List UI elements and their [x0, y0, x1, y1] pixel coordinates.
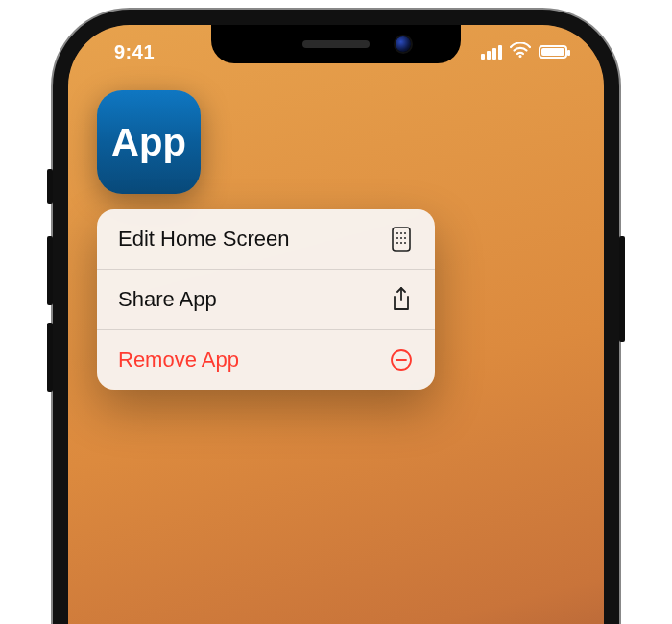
- svg-point-6: [400, 237, 402, 239]
- volume-down-button[interactable]: [47, 323, 53, 392]
- battery-icon: [539, 45, 567, 59]
- app-icon-label: App: [111, 121, 186, 164]
- menu-item-edit-home-screen[interactable]: Edit Home Screen: [97, 209, 435, 269]
- menu-item-label: Share App: [118, 287, 217, 312]
- silent-switch[interactable]: [47, 169, 53, 204]
- svg-point-4: [404, 232, 406, 234]
- status-bar: 9:41: [68, 40, 604, 63]
- context-menu: Edit Home Screen: [97, 209, 435, 390]
- remove-icon: [389, 348, 414, 372]
- menu-item-label: Edit Home Screen: [118, 227, 290, 252]
- wifi-icon: [510, 42, 531, 61]
- svg-point-8: [396, 242, 398, 244]
- share-icon: [389, 287, 414, 312]
- clock: 9:41: [101, 41, 155, 63]
- svg-point-7: [404, 237, 406, 239]
- svg-point-3: [400, 232, 402, 234]
- svg-point-0: [519, 55, 522, 58]
- cellular-signal-icon: [481, 45, 502, 60]
- home-grid-icon: [389, 227, 414, 252]
- screen: 9:41 App Edi: [68, 25, 604, 624]
- menu-item-label: Remove App: [118, 348, 239, 372]
- svg-point-5: [396, 237, 398, 239]
- phone-frame: 9:41 App Edi: [53, 10, 619, 624]
- svg-point-10: [404, 242, 406, 244]
- volume-up-button[interactable]: [47, 236, 53, 305]
- menu-item-share-app[interactable]: Share App: [97, 269, 435, 329]
- app-icon[interactable]: App: [97, 90, 201, 194]
- svg-point-2: [396, 232, 398, 234]
- status-indicators: [481, 42, 571, 61]
- power-button[interactable]: [619, 236, 625, 342]
- menu-item-remove-app[interactable]: Remove App: [97, 329, 435, 390]
- svg-point-9: [400, 242, 402, 244]
